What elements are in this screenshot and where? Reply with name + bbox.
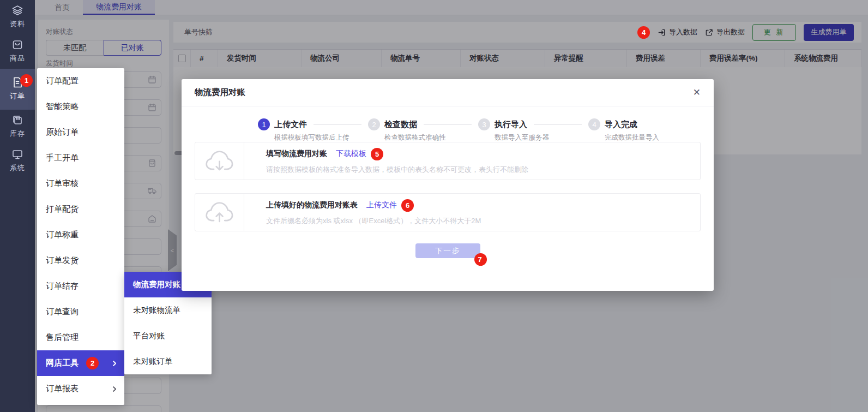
upload-row-description: 文件后缀名必须为xls 或xlsx （即Excel格式），文件大小不得大于2M: [266, 216, 700, 226]
step-3: 3执行导入数据导入至服务器: [478, 118, 527, 130]
bag-icon: [11, 39, 23, 51]
menu-item[interactable]: 订单报表: [37, 376, 124, 402]
next-step-label: 下一步: [435, 247, 461, 255]
sidebar-item-label: 订单: [10, 91, 25, 101]
menu-item-label: 网店工具: [46, 358, 79, 368]
sidebar-item-orders[interactable]: 订单1: [0, 69, 35, 110]
menu-item[interactable]: 网店工具2: [37, 350, 124, 376]
download-template-section: 填写物流费用对账 下载模板 5 请按照数据模板的格式准备导入数据，模板中的表头名…: [195, 142, 701, 180]
layers-icon: [11, 4, 23, 16]
sidebar-item-data[interactable]: 资料: [0, 0, 35, 34]
icon-sidebar: 资料商品订单1库存系统: [0, 0, 35, 412]
menu-item-label: 售后管理: [46, 332, 79, 343]
upload-file-section: 上传填好的物流费用对账表 上传文件 6 文件后缀名必须为xls 或xlsx （即…: [195, 193, 701, 231]
annotation-badge-4: 4: [637, 26, 650, 39]
menu-item[interactable]: 订单发货: [37, 248, 124, 273]
download-row-title: 填写物流费用对账: [266, 149, 327, 159]
submenu-item[interactable]: 未对账订单: [124, 349, 212, 374]
app-root: 首页 物流费用对账 对账状态 未匹配 已对账 发货时间 < 单号快筛 4 导入数…: [0, 0, 868, 412]
menu-item-label: 订单报表: [46, 384, 79, 394]
submenu-item-label: 未对账订单: [133, 356, 173, 367]
orders-flyout-menu: 订单配置智能策略原始订单手工开单订单审核打单配货订单称重订单发货订单结存订单查询…: [37, 68, 124, 405]
close-icon[interactable]: ✕: [693, 88, 701, 97]
menu-item-label: 智能策略: [46, 101, 79, 112]
menu-item-label: 打单配货: [46, 204, 79, 214]
menu-item[interactable]: 订单结存: [37, 273, 124, 299]
step-connector: [424, 124, 472, 125]
step-title: 导入完成: [605, 118, 637, 130]
menu-item[interactable]: 打单配货: [37, 196, 124, 222]
logistics-fee-reconciliation-modal: 物流费用对账 ✕ 1上传文件根据模板填写数据后上传2检查数据检查数据格式准确性3…: [182, 79, 714, 291]
menu-item[interactable]: 订单查询: [37, 299, 124, 325]
menu-item-label: 手工开单: [46, 153, 79, 163]
modal-header: 物流费用对账 ✕: [182, 79, 714, 106]
download-template-content: 填写物流费用对账 下载模板 5 请按照数据模板的格式准备导入数据，模板中的表头名…: [244, 142, 700, 180]
step-description: 数据导入至服务器: [495, 133, 549, 142]
modal-title: 物流费用对账: [195, 87, 245, 98]
sidebar-item-label: 系统: [10, 163, 25, 173]
next-step-button[interactable]: 下一步 7: [415, 243, 480, 258]
menu-item[interactable]: 智能策略: [37, 94, 124, 120]
menu-item-label: 订单审核: [46, 178, 79, 189]
menu-item-label: 订单结存: [46, 281, 79, 291]
chevron-right-icon: [111, 360, 118, 367]
cloud-download-icon: [195, 142, 244, 180]
step-2: 2检查数据检查数据格式准确性: [368, 118, 417, 130]
menu-item-label: 订单查询: [46, 307, 79, 317]
step-title: 上传文件: [274, 118, 307, 130]
modal-footer: 下一步 7: [182, 243, 714, 258]
download-row-description: 请按照数据模板的格式准备导入数据，模板中的表头名称不可更改，表头行不能删除: [266, 165, 700, 175]
menu-item-label: 订单称重: [46, 230, 79, 240]
sidebar-item-goods[interactable]: 商品: [0, 34, 35, 69]
annotation-badge-2: 2: [86, 357, 99, 369]
step-title: 执行导入: [495, 118, 527, 130]
step-title: 检查数据: [384, 118, 417, 130]
menu-item[interactable]: 订单称重: [37, 222, 124, 248]
step-description: 检查数据格式准确性: [384, 133, 446, 142]
menu-item-label: 订单发货: [46, 255, 79, 266]
submenu-item[interactable]: 未对账物流单: [124, 297, 212, 323]
submenu-item-label: 平台对账: [133, 331, 165, 341]
sidebar-item-system[interactable]: 系统: [0, 144, 35, 178]
annotation-badge-1: 1: [20, 74, 33, 87]
step-number: 2: [368, 118, 380, 130]
step-number: 1: [258, 118, 270, 130]
step-connector: [534, 124, 582, 125]
import-steps: 1上传文件根据模板填写数据后上传2检查数据检查数据格式准确性3执行导入数据导入至…: [182, 106, 714, 130]
submenu-item-label: 物流费用对账: [133, 279, 180, 290]
download-template-link[interactable]: 下载模板: [336, 149, 366, 159]
step-number: 4: [588, 118, 600, 130]
upload-row-title: 上传填好的物流费用对账表: [266, 200, 358, 210]
step-4: 4导入完成完成数据批量导入: [588, 118, 637, 130]
submenu-item-label: 未对账物流单: [133, 305, 180, 315]
menu-item-label: 订单配置: [46, 76, 79, 86]
annotation-badge-6: 6: [401, 199, 414, 212]
sidebar-item-label: 库存: [10, 129, 25, 139]
menu-item[interactable]: 售后管理: [37, 325, 124, 350]
step-1: 1上传文件根据模板填写数据后上传: [258, 118, 307, 130]
step-description: 根据模板填写数据后上传: [274, 133, 349, 142]
copies-icon: [11, 114, 23, 126]
sidebar-item-label: 商品: [10, 53, 25, 63]
upload-file-content: 上传填好的物流费用对账表 上传文件 6 文件后缀名必须为xls 或xlsx （即…: [244, 194, 700, 231]
menu-item[interactable]: 原始订单: [37, 120, 124, 145]
menu-item[interactable]: 手工开单: [37, 145, 124, 171]
chevron-right-icon: [111, 386, 118, 392]
menu-item[interactable]: 订单配置: [37, 68, 124, 94]
submenu-item[interactable]: 平台对账: [124, 323, 212, 349]
annotation-badge-7: 7: [474, 253, 487, 266]
step-connector: [314, 124, 361, 125]
cloud-upload-icon: [195, 194, 244, 231]
step-description: 完成数据批量导入: [605, 133, 659, 142]
sidebar-item-inventory[interactable]: 库存: [0, 110, 35, 144]
menu-item[interactable]: 订单审核: [37, 171, 124, 196]
monitor-icon: [11, 148, 23, 160]
upload-file-link[interactable]: 上传文件: [366, 200, 397, 210]
sidebar-item-label: 资料: [10, 19, 25, 29]
step-number: 3: [478, 118, 490, 130]
menu-item-label: 原始订单: [46, 127, 79, 138]
annotation-badge-5: 5: [371, 148, 383, 160]
